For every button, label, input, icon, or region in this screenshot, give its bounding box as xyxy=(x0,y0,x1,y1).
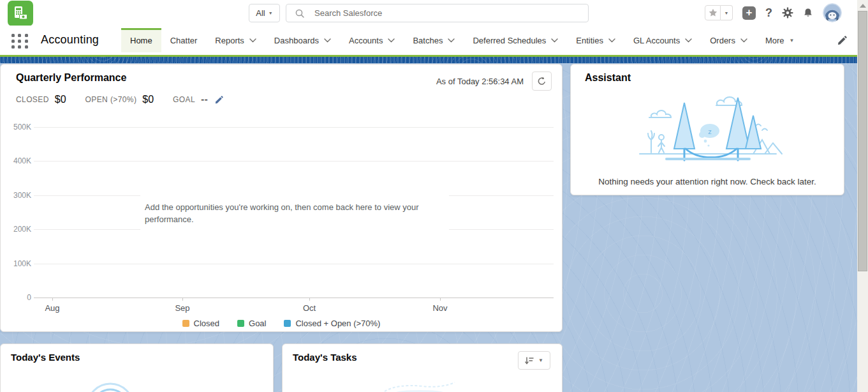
tab-dashboards[interactable]: Dashboards xyxy=(265,28,340,52)
y-axis-tick-label: 200K xyxy=(4,225,31,234)
pencil-icon xyxy=(837,36,847,45)
tab-label: Reports xyxy=(215,36,244,45)
app-logo xyxy=(8,1,33,26)
gridline xyxy=(34,127,554,128)
chevron-down-icon: ▼ xyxy=(725,11,729,15)
avatar-astro-icon xyxy=(823,3,842,22)
card-title: Assistant xyxy=(585,72,631,84)
tab-orders[interactable]: Orders xyxy=(701,28,756,52)
legend-item-closed: Closed xyxy=(182,319,219,328)
assistant-card: Assistant xyxy=(570,64,844,195)
scroll-up-arrow-icon[interactable] xyxy=(860,4,866,8)
tab-label: Chatter xyxy=(170,36,198,45)
tab-more[interactable]: More▼ xyxy=(756,28,804,52)
pencil-icon xyxy=(215,96,223,104)
chevron-down-icon xyxy=(388,38,395,43)
legend-swatch xyxy=(284,320,291,327)
events-illustration xyxy=(77,370,147,392)
assistant-message: Nothing needs your attention right now. … xyxy=(571,177,844,186)
scrollbar-thumb[interactable] xyxy=(858,11,867,271)
x-axis-tick-label: Oct xyxy=(287,303,332,313)
x-axis-tick xyxy=(440,298,441,301)
card-title: Quarterly Performance xyxy=(16,72,126,84)
edit-nav-button[interactable] xyxy=(837,36,847,48)
chevron-down-icon xyxy=(448,38,455,43)
favorites-list-button[interactable]: ▼ xyxy=(721,5,733,20)
search-scope-label: All xyxy=(256,8,265,18)
edit-goal-button[interactable] xyxy=(215,96,223,104)
tab-label: Home xyxy=(130,36,152,45)
tab-entities[interactable]: Entities xyxy=(567,28,624,52)
salesforce-home-screen: All ▼ ▼ + xyxy=(0,0,868,392)
tab-label: Dashboards xyxy=(274,36,319,45)
performance-chart: 500K400K300K200K100K0AugSepOctNov Add th… xyxy=(1,121,562,331)
task-sort-button[interactable]: ▼ xyxy=(518,351,550,370)
home-content: Quarterly Performance As of Today 2:56:3… xyxy=(0,63,857,392)
y-axis-tick-label: 500K xyxy=(4,123,31,132)
tab-home[interactable]: Home xyxy=(121,28,161,52)
sort-icon xyxy=(525,356,534,365)
search-icon xyxy=(295,9,304,18)
global-actions-button[interactable]: + xyxy=(742,6,756,20)
chart-empty-message: Add the opportunities you're working on,… xyxy=(140,201,440,225)
avatar[interactable] xyxy=(823,3,842,22)
legend-item-closed-open-70: Closed + Open (>70%) xyxy=(284,319,380,328)
metric-label: CLOSED xyxy=(16,95,49,104)
legend-item-goal: Goal xyxy=(237,319,266,328)
refresh-icon xyxy=(537,77,547,86)
tab-label: Batches xyxy=(413,36,443,45)
x-axis-tick xyxy=(309,298,310,301)
refresh-button[interactable] xyxy=(532,72,552,91)
tab-chatter[interactable]: Chatter xyxy=(161,28,207,52)
help-button[interactable]: ? xyxy=(765,6,772,20)
metric-goal: GOAL-- xyxy=(173,94,223,105)
todays-events-card: Today's Events xyxy=(0,343,274,392)
x-axis-tick xyxy=(182,298,183,301)
card-title: Today's Events xyxy=(11,352,80,363)
chevron-down-icon xyxy=(551,38,558,43)
page-scrollbar[interactable] xyxy=(857,0,868,392)
chevron-down-icon: ▼ xyxy=(268,11,273,15)
chevron-down-icon xyxy=(740,38,747,43)
setup-button[interactable] xyxy=(782,7,793,19)
tab-label: Deferred Schedules xyxy=(473,36,546,45)
x-axis-line xyxy=(34,298,554,298)
gridline xyxy=(34,161,554,162)
search-input[interactable] xyxy=(314,8,588,18)
chevron-down-icon xyxy=(249,38,256,43)
tab-label: Entities xyxy=(576,36,603,45)
chevron-down-icon: ▼ xyxy=(538,358,543,363)
metric-label: OPEN (>70%) xyxy=(85,95,137,104)
global-header: All ▼ ▼ + xyxy=(0,0,857,26)
svg-text:z: z xyxy=(708,128,712,135)
notifications-button[interactable] xyxy=(803,8,813,19)
app-launcher-button[interactable] xyxy=(11,34,29,49)
metric-value: $0 xyxy=(55,94,66,105)
tab-label: Accounts xyxy=(349,36,383,45)
chevron-down-icon xyxy=(685,38,692,43)
chevron-down-icon: ▼ xyxy=(790,38,795,43)
chart-legend: ClosedGoalClosed + Open (>70%) xyxy=(1,319,562,328)
search-box[interactable] xyxy=(286,4,589,22)
metric-label: GOAL xyxy=(173,95,195,104)
tab-deferred-schedules[interactable]: Deferred Schedules xyxy=(464,28,567,52)
theme-banner xyxy=(0,57,857,63)
favorites-group: ▼ xyxy=(705,5,733,20)
app-name: Accounting xyxy=(41,33,99,47)
legend-label: Closed + Open (>70%) xyxy=(295,319,380,328)
metric-value: -- xyxy=(201,94,208,105)
gear-icon xyxy=(782,7,793,19)
tab-accounts[interactable]: Accounts xyxy=(340,28,404,52)
nav-tabs: HomeChatterReportsDashboardsAccountsBatc… xyxy=(121,28,804,52)
tab-batches[interactable]: Batches xyxy=(404,28,464,52)
y-axis-tick-label: 400K xyxy=(4,156,31,165)
legend-label: Goal xyxy=(249,319,266,328)
search-scope-button[interactable]: All ▼ xyxy=(249,4,280,22)
star-icon xyxy=(709,8,717,17)
x-axis-tick-label: Aug xyxy=(30,303,75,313)
performance-metrics: CLOSED$0OPEN (>70%)$0GOAL-- xyxy=(16,94,223,105)
legend-swatch xyxy=(182,320,189,327)
tab-reports[interactable]: Reports xyxy=(206,28,265,52)
tab-gl-accounts[interactable]: GL Accounts xyxy=(624,28,701,52)
favorites-button[interactable] xyxy=(705,5,721,20)
